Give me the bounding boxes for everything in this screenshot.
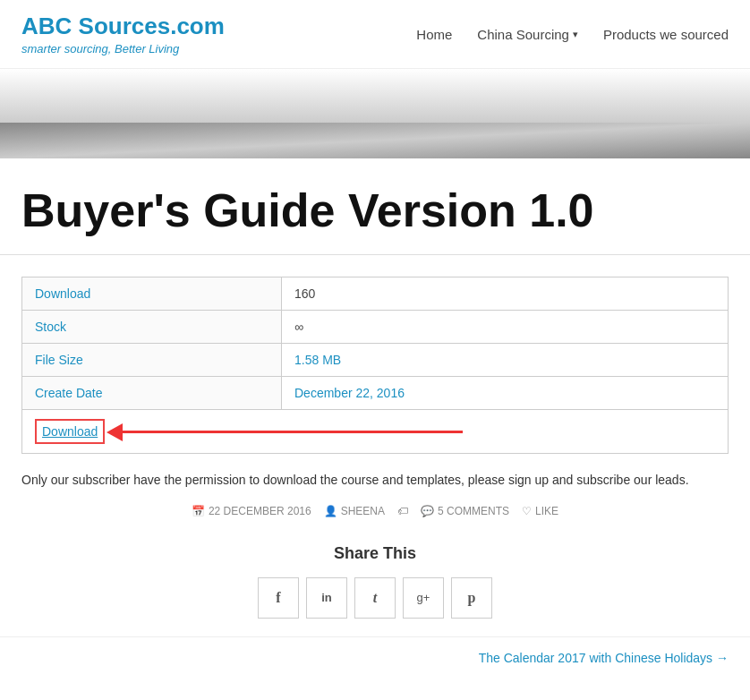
nav-products[interactable]: Products we sourced — [603, 27, 729, 42]
table-row-download: Download 160 — [22, 277, 729, 311]
download-button[interactable]: Download — [35, 419, 105, 444]
permission-text: Only our subscriber have the permission … — [21, 470, 729, 490]
info-table: Download 160 Stock ∞ File Size 1.58 MB C… — [21, 277, 729, 410]
meta-like-text: LIKE — [535, 505, 558, 517]
social-googleplus-button[interactable]: g+ — [403, 577, 444, 619]
tag-icon: 🏷 — [397, 505, 408, 517]
meta-comments-text: 5 COMMENTS — [438, 505, 509, 517]
linkedin-icon: in — [321, 591, 332, 604]
nav-home[interactable]: Home — [416, 27, 452, 42]
twitter-icon: t — [373, 590, 377, 606]
social-buttons: f in t g+ p — [21, 577, 729, 619]
value-filesize: 1.58 MB — [282, 344, 729, 377]
pinterest-icon: p — [468, 590, 476, 606]
googleplus-icon: g+ — [417, 591, 430, 604]
value-download: 160 — [282, 277, 729, 311]
social-pinterest-button[interactable]: p — [451, 577, 492, 619]
meta-date-text: 22 DECEMBER 2016 — [209, 505, 311, 517]
china-sourcing-label: China Sourcing — [477, 27, 569, 42]
meta-like[interactable]: ♡ LIKE — [522, 505, 558, 517]
main-nav: Home China Sourcing ▾ Products we source… — [416, 27, 729, 42]
table-row-filesize: File Size 1.58 MB — [22, 344, 729, 377]
nav-china-sourcing[interactable]: China Sourcing ▾ — [477, 27, 578, 42]
arrow-head-icon — [107, 423, 123, 441]
share-section: Share This f in t g+ p — [21, 544, 729, 619]
arrow-graphic — [123, 431, 463, 433]
arrow-line — [123, 431, 463, 433]
meta-row: 📅 22 DECEMBER 2016 👤 SHEENA 🏷 💬 5 COMMEN… — [21, 505, 729, 517]
page-title: Buyer's Guide Version 1.0 — [21, 185, 729, 236]
calendar-icon: 📅 — [192, 505, 205, 517]
share-title: Share This — [21, 544, 729, 563]
label-download: Download — [22, 277, 282, 311]
next-link[interactable]: The Calendar 2017 with Chinese Holidays … — [479, 651, 729, 665]
page-title-section: Buyer's Guide Version 1.0 — [0, 158, 750, 255]
label-createdate: Create Date — [22, 377, 282, 410]
value-stock: ∞ — [282, 311, 729, 344]
logo-abc: ABC S — [21, 13, 94, 39]
social-twitter-button[interactable]: t — [354, 577, 396, 619]
content-area: Download 160 Stock ∞ File Size 1.58 MB C… — [0, 255, 750, 618]
label-filesize: File Size — [22, 344, 282, 377]
person-icon: 👤 — [324, 505, 337, 517]
meta-tag: 🏷 — [397, 505, 408, 517]
next-link-section: The Calendar 2017 with Chinese Holidays … — [0, 636, 750, 679]
heart-icon: ♡ — [522, 505, 532, 517]
hero-banner — [0, 69, 750, 158]
meta-date: 📅 22 DECEMBER 2016 — [192, 505, 311, 517]
meta-author-text: SHEENA — [341, 505, 385, 517]
social-facebook-button[interactable]: f — [258, 577, 299, 619]
header: ABC Sources.com smarter sourcing, Better… — [0, 0, 750, 69]
logo-text: ABC Sources.com — [21, 13, 225, 40]
logo-tagline: smarter sourcing, Better Living — [21, 42, 225, 55]
logo-area: ABC Sources.com smarter sourcing, Better… — [21, 13, 225, 55]
facebook-icon: f — [276, 590, 280, 606]
table-row-createdate: Create Date December 22, 2016 — [22, 377, 729, 410]
meta-comments[interactable]: 💬 5 COMMENTS — [421, 505, 509, 517]
comment-icon: 💬 — [421, 505, 434, 517]
table-row-stock: Stock ∞ — [22, 311, 729, 344]
download-row: Download — [21, 410, 729, 454]
meta-author: 👤 SHEENA — [324, 505, 385, 517]
arrow-container — [123, 431, 715, 433]
label-stock: Stock — [22, 311, 282, 344]
chevron-down-icon: ▾ — [573, 29, 578, 40]
logo-sources: ources.com — [94, 13, 225, 39]
value-createdate: December 22, 2016 — [282, 377, 729, 410]
social-linkedin-button[interactable]: in — [306, 577, 347, 619]
